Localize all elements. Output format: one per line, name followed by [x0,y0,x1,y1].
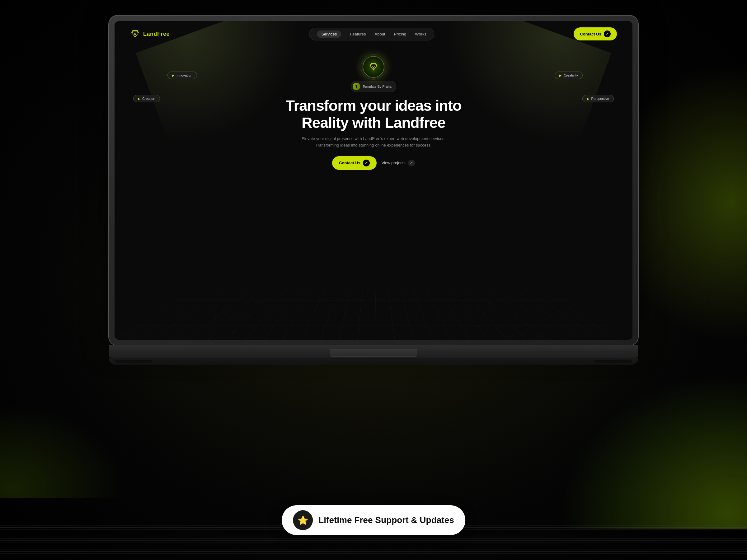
laptop: LandFree Services Features About Pricing… [109,16,638,365]
tag-arrow-icon: ▶ [587,97,590,101]
template-badge-text: Template By Praha [363,85,391,88]
center-orb [363,56,384,78]
bottom-badge-wrapper: ⭐ Lifetime Free Support & Updates [282,505,465,535]
template-badge: T Template By Praha [351,81,396,92]
grid-floor-decoration [114,289,633,340]
laptop-trackpad [330,349,417,356]
hero-cta-primary-arrow-icon: ↗ [363,160,370,166]
tag-arrow-icon: ▶ [138,97,140,101]
nav-cta-label: Contact Us [580,32,601,36]
laptop-camera [372,18,375,21]
nav-link-pricing[interactable]: Pricing [394,32,407,36]
nav-contact-button[interactable]: Contact Us ↗ [574,27,617,41]
laptop-foot [109,358,638,365]
hero-ctas: Contact Us ↗ View projects ↗ [121,156,626,170]
float-tag-creativity: ▶ Creativity [555,72,583,79]
hero-cta-secondary-label: View projects [382,161,406,165]
hero-heading-line1: Transform your ideas into [286,97,461,114]
hero-cta-primary-label: Contact Us [339,161,360,165]
nav-link-services[interactable]: Services [317,30,341,38]
laptop-foot-edge-right [594,359,632,363]
badge-text: Lifetime Free Support & Updates [318,515,454,525]
hero-contact-button[interactable]: Contact Us ↗ [332,156,377,170]
float-tag-innovation: ▶ Innovation [168,72,197,79]
nav-link-features[interactable]: Features [350,32,366,36]
nav-cta-arrow-icon: ↗ [604,30,611,37]
logo-text: LandFree [143,31,170,37]
hero-cta-secondary-arrow-icon: ↗ [408,160,415,166]
orb-ring-2 [358,52,389,82]
hero-view-projects-button[interactable]: View projects ↗ [382,160,415,166]
tag-arrow-icon: ▶ [559,74,562,77]
float-tag-creation: ▶ Creation [133,95,160,102]
hero-section: ▶ Innovation ▶ Creativity ▶ Creation ▶ P… [114,47,633,170]
hero-heading: Transform your ideas into Reality with L… [121,97,626,131]
laptop-screen: LandFree Services Features About Pricing… [114,21,633,340]
laptop-foot-edge-left [115,359,153,363]
nav-link-about[interactable]: About [375,32,385,36]
float-tag-perspective: ▶ Perspective [582,95,614,102]
logo[interactable]: LandFree [130,29,170,39]
avatar: T [353,83,360,90]
hero-subheading: Elevate your digital presence with LandF… [292,136,455,149]
laptop-lid: LandFree Services Features About Pricing… [109,16,638,345]
bottom-badge: ⭐ Lifetime Free Support & Updates [282,505,465,535]
hero-heading-line2: Reality with Landfree [302,114,445,131]
nav-links: Services Features About Pricing Works [309,28,434,41]
badge-icon-wrapper: ⭐ [293,510,313,530]
tag-arrow-icon: ▶ [172,74,175,77]
laptop-base [109,345,638,358]
star-icon: ⭐ [298,515,308,526]
logo-icon [130,29,140,39]
nav-link-works[interactable]: Works [415,32,427,36]
navigation: LandFree Services Features About Pricing… [114,21,633,47]
site-wrapper: LandFree Services Features About Pricing… [114,21,633,340]
